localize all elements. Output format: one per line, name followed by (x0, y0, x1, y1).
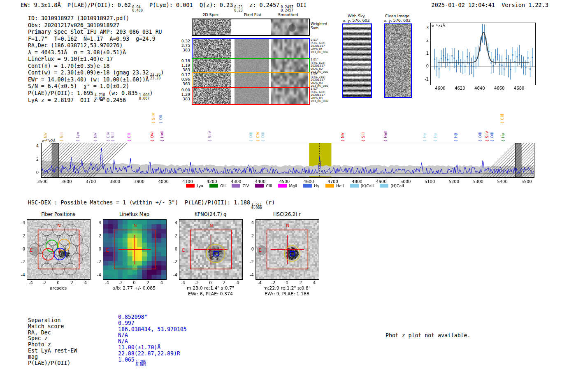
spec-ytick-2: 2 (31, 157, 39, 162)
emission-label-Hβ-20: { Hβ (453, 133, 458, 142)
legend-item-Hγ: Hγ (303, 183, 319, 188)
emission-label-NV-15: { NV (340, 132, 345, 142)
cutout-0-xtick--2: -2 (38, 281, 51, 285)
cutout-2-ytick--4: -4 (168, 273, 177, 277)
stacked-uncertainty: 0.230.23 (234, 5, 242, 12)
cleanimg-coords: x, y: 576, 602 (372, 18, 423, 23)
header-datetime-version: 2025-01-02 12:04:41 Version 1.22.3 (432, 2, 548, 8)
info-line-3: F=1.7" T=0.162 N=1.17 A=0.93 g=24.9 (28, 36, 164, 43)
emission-label-Hγ-18: { Hγ (422, 133, 427, 142)
legend-label-(K)CaII: (K)CaII (361, 183, 374, 188)
spec2d-row-1-canvas-wrap (192, 38, 310, 59)
uncertainty-lower: 0.667 (139, 97, 150, 100)
line-fit-canvas (431, 23, 535, 85)
emission-label-HeII-10: { HeII (160, 130, 164, 142)
zoom-ytick-1: 1 (418, 51, 429, 56)
detection-info-block: ID: 3010918927 (3010918927.pdf)Obs: 2020… (28, 15, 164, 104)
emission-label-SiII-5: { SiII (110, 132, 115, 142)
spec2d-row-3-canvas-wrap (192, 72, 310, 88)
cutout-3-caption2: EWr: 9, PLAE: 1.188 (245, 291, 329, 297)
cutout-2-xtick-4: 4 (232, 281, 244, 285)
cutout-0-xtick-4: 4 (79, 281, 92, 285)
cutout-3-ytick-4: 4 (245, 220, 254, 225)
cleanimg-canvas-wrap (384, 23, 412, 98)
spec2d-right-labels-0: Weighted Sum (311, 22, 327, 30)
cutout-3-ytick--4: -4 (245, 273, 254, 277)
info-line-0: ID: 3010918927 (3010918927.pdf) (28, 15, 164, 22)
full-spectrum-canvas-wrap (41, 143, 534, 178)
cutout-3-xtick-0: 0 (281, 281, 293, 285)
cutout-3-xtick-4: 4 (308, 281, 321, 285)
zoom-xtick-4620: 4620 (452, 86, 468, 90)
stacked-uncertainty: 1.2860.865 (136, 360, 146, 366)
cutout-3-ytick-2: 2 (245, 234, 254, 238)
legend-label-OII: OII (220, 183, 225, 188)
match-label-0: Separation (28, 317, 60, 323)
spec2d-row-0-canvas-wrap (192, 19, 310, 36)
legend-swatch-Lyα (186, 184, 195, 188)
uncertainty-lower: 0.488 (132, 9, 143, 12)
emission-label-CII-6: { CII (127, 133, 131, 142)
emission-label-CIII-24: { CIII (500, 114, 504, 124)
cleanimg-title: Clean Image (372, 14, 423, 18)
cutout-2-caption: m:23.0 re:1.4" s:0.7" (169, 285, 252, 291)
emission-label-OIII-12: { OIII (249, 132, 253, 142)
spec2d-left-labels-4: 0.08 1.29 383 (174, 88, 190, 101)
emission-label-NV-3: { NV (93, 132, 98, 142)
emission-label-OIII-23: { OIII (490, 132, 494, 142)
spec2d-row-4-canvas (193, 88, 309, 104)
uncertainty-lower: 0.966 (251, 206, 262, 209)
legend-swatch-HeII (325, 184, 334, 188)
cutout-3-ytick--2: -2 (245, 260, 254, 264)
cutout-0-ytick-2: 2 (16, 234, 25, 238)
legend-label-MgII: MgII (289, 183, 297, 188)
info-line-7: Cont(n) = 1.70(±0.35)e-18 (28, 63, 164, 70)
uncertainty-lower: 0.2457 (281, 9, 293, 12)
zoom-units-label: e⁻¹⁷x2Å (432, 23, 445, 28)
cutout-1-ytick-0: 0 (92, 247, 101, 251)
zoom-ytick--1: -1 (418, 77, 429, 81)
match-value-0: 0.852098" (118, 314, 147, 320)
cutout-3-xtick--2: -2 (267, 281, 279, 285)
spec-xtick-3800: 3800 (107, 179, 123, 184)
emission-label-HeII-17: { HeII (383, 130, 388, 142)
hsc-dex-match-line: HSC-DEX : Possible Matches = 1 (within +… (28, 199, 275, 209)
stacked-uncertainty: 23.3623.28 (150, 73, 161, 79)
emission-label-SiII-1: { SiII (59, 132, 64, 142)
cutout-2-ytick--2: -2 (168, 260, 177, 264)
spec-ytick-4: 4 (31, 144, 39, 148)
cutout-0-ytick-4: 4 (16, 220, 25, 225)
legend-swatch-CIII (255, 184, 264, 188)
cutout-title-1: Lineflux Map (99, 211, 170, 217)
cutout-canvas-2 (179, 220, 242, 279)
cutout-canvas-3-wrap (255, 219, 319, 280)
legend-label-Hγ: Hγ (314, 183, 319, 188)
cutout-canvas-1 (103, 220, 166, 279)
match-label-3: Spec z (28, 335, 48, 341)
cutout-canvas-0 (27, 220, 90, 279)
match-value-7: 1.0651.2860.865 (118, 357, 146, 366)
emission-label-CIV-4: { CIV (106, 132, 110, 142)
info-line-10: S/N = 6.4(±0.5) χ² = 1.0(±0.2) (28, 83, 164, 90)
legend-item-CIV: CIV (232, 183, 249, 188)
legend-item-MgII: MgII (278, 183, 297, 188)
emission-label-OIII-14: { OIII (260, 132, 265, 142)
spec2d-right-labels-3: 1.09" (575, 785) 20201217 v026_03 203_RU… (311, 72, 328, 88)
cutout-2-ytick-2: 2 (168, 234, 177, 238)
spec-xtick-3900: 3900 (131, 179, 147, 184)
spec-ytick-0: 0 (31, 170, 39, 175)
cutout-1-xtick-4: 4 (156, 281, 168, 285)
match-value-6: 22.88(22.87,22.89)R (118, 350, 180, 357)
spec2d-row-2-canvas (193, 59, 309, 72)
stacked-uncertainty: 0.24570.2457 (281, 5, 293, 12)
spec-xtick-5200: 5200 (446, 179, 462, 184)
header-summary-line: EW: 9.3±1.8Å P(LAE)/P(OII): 0.620.940.48… (21, 2, 307, 12)
match-label-2: RA, Dec (28, 329, 51, 336)
match-label-1: Match score (28, 323, 64, 329)
emission-label-NV-0: { NV (43, 132, 48, 142)
cutout-2-ytick-4: 4 (168, 220, 177, 225)
legend-label-HeII: HeII (336, 183, 344, 188)
spec2d-col-title-1: Pixel Flat (236, 12, 269, 17)
cutout-canvas-3 (256, 220, 319, 279)
cutout-2-xtick--2: -2 (190, 281, 203, 285)
